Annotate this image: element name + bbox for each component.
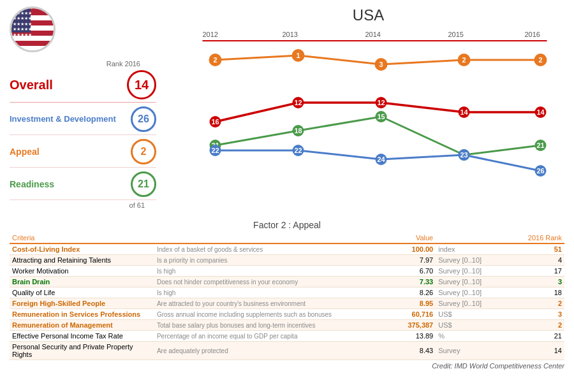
metric-row-appeal: Appeal 2	[10, 136, 156, 168]
desc-cell: Total base salary plus bonuses and long-…	[154, 320, 379, 331]
col-criteria: Criteria	[10, 233, 154, 243]
top-section: ★★★★★★★★★★★★★★★★★★★★★★★★★ Rank 2016 Over…	[0, 0, 574, 217]
desc-cell: Is high	[154, 266, 379, 277]
unit-cell: %	[436, 331, 508, 342]
table-row: Effective Personal Income Tax Rate Perce…	[10, 331, 564, 342]
criteria-cell: Quality of Life	[10, 287, 154, 298]
table-header-row: Criteria Value 2016 Rank	[10, 233, 564, 243]
table-row: Remuneration of Management Total base sa…	[10, 320, 564, 331]
table-row: Remuneration in Services Professions Gro…	[10, 309, 564, 320]
svg-text:1: 1	[296, 52, 300, 59]
overall-label: Overall	[10, 78, 122, 92]
criteria-cell: Remuneration in Services Professions	[10, 309, 154, 320]
appeal-rank-badge: 2	[131, 139, 156, 164]
desc-cell: Are adequately protected	[154, 342, 379, 360]
table-row: Worker Motivation Is high 6.70 Survey [0…	[10, 266, 564, 277]
criteria-table: Criteria Value 2016 Rank Cost-of-Living …	[10, 233, 564, 360]
rank-cell: 21	[508, 331, 564, 342]
value-cell: 7.33	[379, 277, 436, 287]
value-cell: 13.89	[379, 331, 436, 342]
unit-cell: index	[436, 243, 508, 255]
flag-icon: ★★★★★★★★★★★★★★★★★★★★★★★★★	[10, 6, 55, 52]
svg-text:26: 26	[536, 167, 544, 175]
unit-cell: Survey [0..10]	[436, 277, 508, 287]
investment-rank: 26	[138, 113, 149, 125]
svg-text:12: 12	[377, 99, 385, 106]
readiness-label: Readiness	[10, 179, 126, 189]
unit-cell: Survey [0..10]	[436, 287, 508, 298]
value-cell: 100.00	[379, 243, 436, 255]
rank-cell: 2	[508, 298, 564, 309]
rank-cell: 18	[508, 287, 564, 298]
criteria-cell: Attracting and Retaining Talents	[10, 255, 154, 266]
rank-cell: 3	[508, 277, 564, 287]
col-desc	[154, 233, 379, 243]
year-2013: 2013	[283, 31, 298, 38]
svg-text:24: 24	[377, 156, 385, 163]
rank-cell: 17	[508, 266, 564, 277]
unit-cell: Survey [0..10]	[436, 255, 508, 266]
metric-row-investment: Investment & Development 26	[10, 104, 156, 135]
value-cell: 60,716	[379, 309, 436, 320]
overall-rank: 14	[135, 78, 149, 92]
readiness-line	[216, 117, 541, 155]
criteria-cell: Brain Drain	[10, 277, 154, 287]
year-2015: 2015	[448, 31, 464, 38]
year-2012: 2012	[203, 31, 218, 38]
svg-text:22: 22	[211, 147, 219, 154]
readiness-rank: 21	[138, 178, 149, 190]
value-cell: 8.43	[379, 342, 436, 360]
svg-text:14: 14	[536, 108, 545, 116]
bottom-section: Factor 2 : Appeal Criteria Value 2016 Ra…	[0, 217, 574, 392]
of-label: of 61	[129, 201, 145, 209]
factor-title: Factor 2 : Appeal	[10, 220, 564, 230]
desc-cell: Gross annual income including supplement…	[154, 309, 379, 320]
chart-title: USA	[172, 6, 564, 24]
readiness-rank-badge: 21	[131, 171, 156, 197]
unit-cell: US$	[436, 320, 508, 331]
svg-text:23: 23	[460, 151, 467, 159]
value-cell: 8.26	[379, 287, 436, 298]
chart-area: USA 2012 2013 2014 2015 2016	[166, 0, 574, 217]
rank-cell: 51	[508, 243, 564, 255]
desc-cell: Index of a basket of goods & services	[154, 243, 379, 255]
value-cell: 8.95	[379, 298, 436, 309]
credit-line: Credit: IMD World Competitiveness Center	[10, 360, 564, 372]
desc-cell: Is high	[154, 287, 379, 298]
col-value: Value	[379, 233, 436, 243]
unit-cell: US$	[436, 309, 508, 320]
rank-cell: 14	[508, 342, 564, 360]
metric-row-overall: Overall 14	[10, 68, 156, 103]
svg-text:15: 15	[377, 113, 385, 120]
metric-row-readiness: Readiness 21	[10, 169, 156, 200]
left-panel: ★★★★★★★★★★★★★★★★★★★★★★★★★ Rank 2016 Over…	[0, 0, 166, 217]
criteria-cell: Cost-of-Living Index	[10, 243, 154, 255]
desc-cell: Does not hinder competitiveness in your …	[154, 277, 379, 287]
svg-text:2: 2	[538, 56, 542, 64]
rank-cell: 3	[508, 309, 564, 320]
appeal-rank: 2	[141, 146, 147, 157]
investment-rank-badge: 26	[131, 106, 156, 132]
svg-text:2: 2	[462, 56, 466, 64]
svg-text:18: 18	[294, 127, 302, 134]
svg-text:14: 14	[460, 108, 468, 116]
trend-chart: 2012 2013 2014 2015 2016 2 1	[172, 25, 564, 204]
unit-cell: Survey	[436, 342, 508, 360]
criteria-cell: Remuneration of Management	[10, 320, 154, 331]
investment-label: Investment & Development	[10, 114, 126, 125]
col-unit	[436, 233, 508, 243]
criteria-cell: Worker Motivation	[10, 266, 154, 277]
year-2016: 2016	[525, 31, 540, 38]
year-2014: 2014	[365, 31, 381, 38]
criteria-cell: Personal Security and Private Property R…	[10, 342, 154, 360]
table-row: Cost-of-Living Index Index of a basket o…	[10, 243, 564, 255]
table-row: Personal Security and Private Property R…	[10, 342, 564, 360]
rank-header-label: Rank 2016	[107, 60, 140, 68]
value-cell: 375,387	[379, 320, 436, 331]
desc-cell: Percentage of an income equal to GDP per…	[154, 331, 379, 342]
svg-text:12: 12	[294, 99, 302, 106]
table-body: Cost-of-Living Index Index of a basket o…	[10, 243, 564, 360]
svg-text:3: 3	[379, 61, 383, 68]
unit-cell: Survey [0..10]	[436, 298, 508, 309]
appeal-label: Appeal	[10, 147, 126, 157]
